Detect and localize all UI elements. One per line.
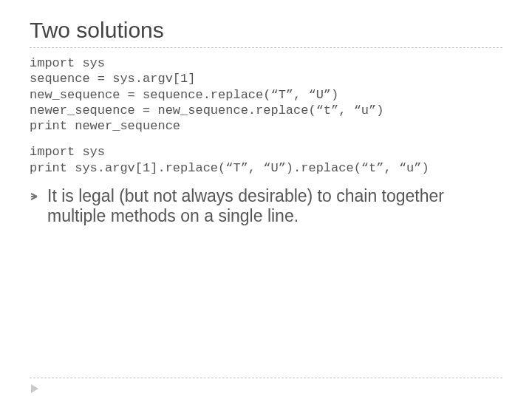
code-block-2: import sys print sys.argv[1].replace(“T”… (30, 144, 502, 176)
slide: Two solutions import sys sequence = sys.… (0, 0, 532, 399)
footer-divider (30, 378, 502, 378)
slide-title: Two solutions (30, 18, 502, 43)
bullet-text: It is legal (but not always desirable) t… (47, 186, 502, 226)
bullet-item: It is legal (but not always desirable) t… (30, 186, 502, 226)
bullet-marker-icon (30, 192, 40, 202)
title-divider (30, 47, 502, 48)
svg-marker-3 (31, 384, 38, 393)
code-block-1: import sys sequence = sys.argv[1] new_se… (30, 55, 502, 134)
footer-arrow-icon (31, 383, 41, 392)
